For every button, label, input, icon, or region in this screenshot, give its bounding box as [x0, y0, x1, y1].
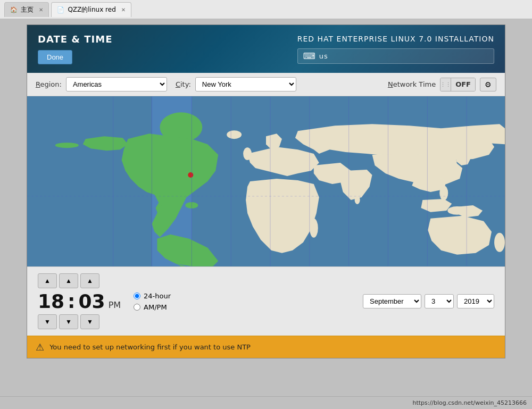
linux-tab-icon: 📄	[57, 6, 64, 13]
region-label: Region:	[36, 80, 62, 88]
ampm-radio-option[interactable]: AM/PM	[134, 303, 171, 311]
home-icon: 🏠	[10, 6, 18, 13]
24h-label: 24-hour	[144, 292, 171, 300]
seconds-down-button[interactable]: ▼	[80, 314, 99, 329]
ampm-label: AM/PM	[144, 303, 167, 311]
time-format: 24-hour AM/PM	[134, 292, 171, 311]
keyboard-icon: ⌨	[303, 51, 316, 61]
network-time-label: Network Time	[388, 80, 436, 88]
city-label: City:	[176, 80, 191, 88]
city-select[interactable]: New York Los Angeles Chicago Toronto Mex…	[195, 77, 296, 91]
hours-display: 18	[38, 290, 64, 312]
header-right: RED HAT ENTERPRISE LINUX 7.0 INSTALLATIO…	[297, 35, 494, 64]
header-left: DATE & TIME Done	[38, 34, 112, 64]
time-separator: :	[68, 290, 75, 312]
status-bar: https://blog.csdn.net/weixin_45213666	[0, 396, 532, 409]
header: DATE & TIME Done RED HAT ENTERPRISE LINU…	[27, 25, 505, 73]
hours-up-button[interactable]: ▲	[38, 273, 57, 288]
tab-home[interactable]: 🏠 主页 ✕	[4, 2, 49, 17]
month-select[interactable]: January February March April May June Ju…	[363, 294, 421, 308]
day-select[interactable]: 1 2 3 4 5	[425, 294, 454, 308]
page-title: DATE & TIME	[38, 34, 112, 45]
ampm-radio[interactable]	[134, 304, 140, 311]
gear-button[interactable]: ⚙	[480, 78, 496, 91]
minutes-up-button[interactable]: ▲	[59, 273, 78, 288]
minutes-down-button[interactable]: ▼	[59, 314, 78, 329]
keyboard-label: us	[319, 52, 328, 60]
svg-point-6	[494, 233, 505, 252]
city-group: City: New York Los Angeles Chicago Toron…	[176, 77, 296, 91]
tab-linux-close[interactable]: ✕	[121, 7, 126, 13]
svg-point-7	[310, 219, 318, 238]
svg-point-4	[227, 130, 242, 139]
svg-point-11	[55, 143, 79, 148]
toggle-handle: ⋮⋮	[440, 78, 451, 91]
city-marker	[188, 172, 193, 178]
network-time-toggle[interactable]: ⋮⋮ OFF	[440, 78, 476, 91]
done-button[interactable]: Done	[38, 50, 72, 64]
time-display: 18 : 03 PM	[38, 290, 121, 312]
time-spinners: ▲ ▲ ▲ 18 : 03 PM ▼ ▼ ▼	[38, 273, 121, 329]
keyboard-badge[interactable]: ⌨ us	[297, 48, 494, 64]
svg-point-9	[439, 186, 448, 201]
browser-bar: 🏠 主页 ✕ 📄 QZZ的linux red ✕	[0, 0, 532, 19]
tab-home-label: 主页	[21, 5, 34, 14]
date-selects: January February March April May June Ju…	[363, 294, 494, 308]
app-window: DATE & TIME Done RED HAT ENTERPRISE LINU…	[27, 24, 505, 358]
status-url: https://blog.csdn.net/weixin_45213666	[412, 399, 527, 406]
region-select[interactable]: Americas Europe Asia Africa Oceania	[66, 77, 167, 91]
seconds-up-button[interactable]: ▲	[80, 273, 99, 288]
controls-row: Region: Americas Europe Asia Africa Ocea…	[27, 73, 505, 96]
svg-point-8	[355, 196, 360, 204]
year-select[interactable]: 2017 2018 2019 2020 2021	[457, 294, 494, 308]
minutes-display: 03	[79, 290, 105, 312]
warning-icon: ⚠	[36, 341, 44, 353]
time-controls: ▲ ▲ ▲ 18 : 03 PM ▼ ▼ ▼ 24-hour	[27, 266, 505, 336]
24h-radio-option[interactable]: 24-hour	[134, 292, 171, 300]
region-group: Region: Americas Europe Asia Africa Ocea…	[36, 77, 167, 91]
toggle-state: OFF	[451, 78, 475, 91]
warning-text: You need to set up networking first if y…	[49, 343, 251, 351]
spinner-up-row: ▲ ▲ ▲	[38, 273, 121, 288]
tab-linux-label: QZZ的linux red	[68, 5, 115, 14]
tab-linux[interactable]: 📄 QZZ的linux red ✕	[51, 2, 131, 17]
network-time-group: Network Time ⋮⋮ OFF ⚙	[388, 78, 496, 91]
ampm-display: PM	[109, 300, 121, 310]
map-svg	[27, 96, 505, 266]
hours-down-button[interactable]: ▼	[38, 314, 57, 329]
spinner-down-row: ▼ ▼ ▼	[38, 314, 121, 329]
24h-radio[interactable]	[134, 293, 140, 299]
tab-home-close[interactable]: ✕	[39, 7, 43, 13]
world-map[interactable]	[27, 96, 505, 266]
warning-bar: ⚠ You need to set up networking first if…	[27, 336, 505, 358]
installation-title: RED HAT ENTERPRISE LINUX 7.0 INSTALLATIO…	[297, 35, 494, 43]
